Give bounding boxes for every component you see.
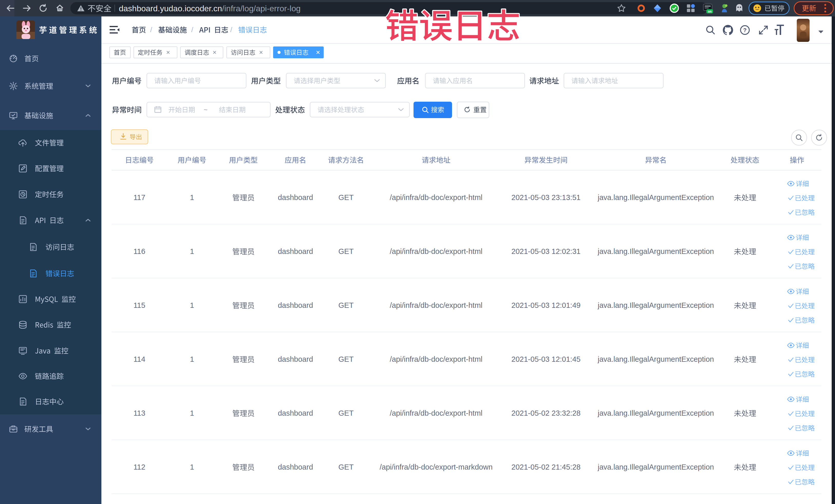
svg-text:?: ? bbox=[743, 27, 747, 33]
svg-text:on: on bbox=[708, 10, 712, 13]
